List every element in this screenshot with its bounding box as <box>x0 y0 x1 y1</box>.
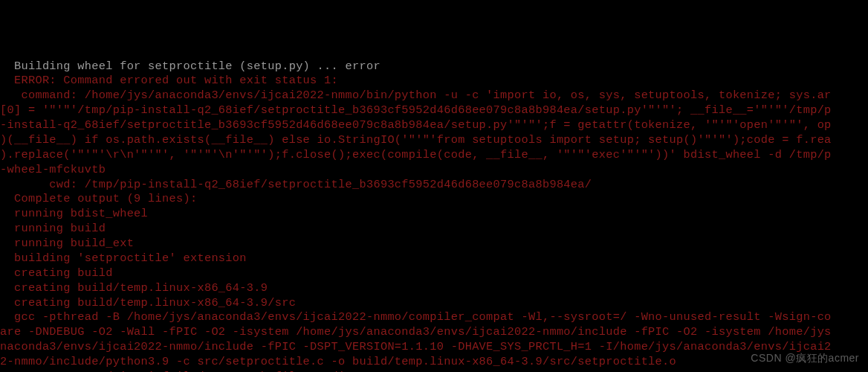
terminal-line: creating build <box>0 266 868 281</box>
terminal-line: naconda3/envs/ijcai2022-nmmo/include -fP… <box>0 340 868 355</box>
terminal-line: -wheel-mfckuvtb <box>0 163 868 178</box>
terminal-line: ERROR: Command errored out with exit sta… <box>0 74 868 89</box>
terminal-line: running bdist_wheel <box>0 207 868 222</box>
terminal-line: [0] = '"'"'/tmp/pip-install-q2_68ief/set… <box>0 103 868 118</box>
terminal-line: cwd: /tmp/pip-install-q2_68ief/setprocti… <box>0 178 868 193</box>
terminal-line: )(__file__) if os.path.exists(__file__) … <box>0 133 868 148</box>
terminal-line: creating build/temp.linux-x86_64-3.9/src <box>0 296 868 311</box>
terminal-line: command: /home/jys/anaconda3/envs/ijcai2… <box>0 89 868 103</box>
terminal-line: building 'setproctitle' extension <box>0 251 868 266</box>
terminal-line: gcc -pthread -B /home/jys/anaconda3/envs… <box>0 310 868 325</box>
terminal-line: running build <box>0 222 868 237</box>
terminal-line: ).replace('"'"'\r\n'"'"', '"'"'\n'"'"');… <box>0 148 868 163</box>
terminal-line: 2-nmmo/include/python3.9 -c src/setproct… <box>0 355 868 370</box>
watermark-text: CSDN @疯狂的acmer <box>751 351 859 365</box>
terminal-line: Complete output (9 lines): <box>0 192 868 207</box>
terminal-line: Building wheel for setproctitle (setup.p… <box>0 60 868 74</box>
terminal-output: Building wheel for setproctitle (setup.p… <box>0 60 868 373</box>
terminal-line: running build_ext <box>0 237 868 251</box>
terminal-line: creating build/temp.linux-x86_64-3.9 <box>0 281 868 296</box>
terminal-line: -install-q2_68ief/setproctitle_b3693cf59… <box>0 118 868 133</box>
terminal-line: are -DNDEBUG -O2 -Wall -fPIC -O2 -isyste… <box>0 325 868 340</box>
